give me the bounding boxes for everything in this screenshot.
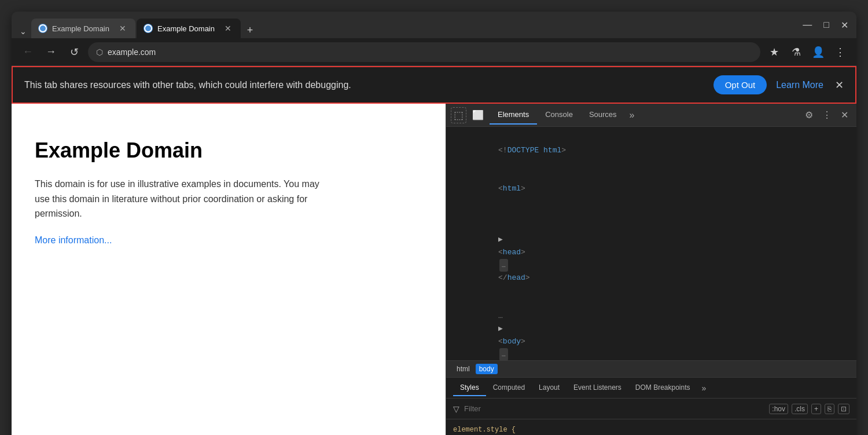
breadcrumb-bar: html body (446, 360, 856, 378)
browser-window: ⌄ Example Domain ✕ Example Domain ✕ + — … (12, 12, 856, 435)
head-ellipsis[interactable]: … (499, 259, 508, 272)
notification-banner: This tab shares resources with other tab… (12, 66, 856, 104)
devtools-settings-icon[interactable]: ⚙ (801, 107, 816, 123)
tab2-favicon-icon (144, 24, 153, 33)
browser-tab-2[interactable]: Example Domain ✕ (137, 19, 241, 38)
styles-tab-event-listeners[interactable]: Event Listeners (567, 380, 628, 396)
more-information-link[interactable]: More information... (35, 235, 112, 245)
opt-out-button[interactable]: Opt Out (713, 75, 767, 94)
page-content: Example Domain This domain is for use in… (12, 104, 446, 435)
devtools-tab-console[interactable]: Console (537, 105, 581, 125)
forward-button[interactable]: → (42, 43, 60, 61)
tab1-close-icon[interactable]: ✕ (117, 23, 128, 34)
banner-close-icon[interactable]: ✕ (835, 79, 844, 92)
dom-tree: <!DOCTYPE html> <html> ▶ <head> … </head… (446, 127, 856, 360)
tab-dropdown-icon[interactable]: ⌄ (16, 24, 30, 38)
styles-tab-dom-breakpoints[interactable]: DOM Breakpoints (628, 380, 697, 396)
url-bar[interactable]: ⬡ example.com (88, 42, 760, 62)
labs-icon[interactable]: ⚗ (787, 43, 806, 61)
security-icon: ⬡ (96, 47, 103, 57)
notification-text: This tab shares resources with other tab… (24, 80, 704, 90)
bookmark-icon[interactable]: ★ (765, 43, 784, 61)
styles-tab-layout[interactable]: Layout (532, 380, 567, 396)
profile-icon[interactable]: 👤 (809, 43, 827, 61)
devtools-tabs: Elements Console Sources » (490, 105, 799, 125)
minimize-button[interactable]: — (799, 19, 815, 31)
breadcrumb-html[interactable]: html (453, 364, 473, 374)
tab1-title: Example Domain (52, 24, 109, 33)
devtools-toolbar: ⬚ ⬜ Elements Console Sources » ⚙ ⋮ ✕ (446, 104, 856, 127)
page-title: Example Domain (35, 138, 422, 163)
title-bar: ⌄ Example Domain ✕ Example Domain ✕ + — … (12, 12, 856, 38)
tab2-close-icon[interactable]: ✕ (222, 23, 234, 34)
address-bar-actions: ★ ⚗ 👤 ⋮ (765, 43, 849, 61)
styles-tabs: Styles Computed Layout Event Listeners D… (453, 380, 711, 396)
page-body: This domain is for use in illustrative e… (35, 177, 336, 221)
url-text: example.com (108, 47, 752, 57)
close-button[interactable]: ✕ (837, 19, 852, 32)
back-button[interactable]: ← (19, 43, 37, 61)
browser-tab-1[interactable]: Example Domain ✕ (31, 19, 135, 38)
css-content: element.style { } (446, 419, 856, 435)
styles-toolbar: Styles Computed Layout Event Listeners D… (446, 378, 856, 399)
breadcrumb-body[interactable]: body (476, 364, 498, 374)
devtools-panel: ⬚ ⬜ Elements Console Sources » ⚙ ⋮ ✕ <!D… (446, 104, 856, 435)
reload-button[interactable]: ↺ (65, 43, 83, 61)
filter-copy-icon[interactable]: ⎘ (825, 404, 834, 414)
address-bar: ← → ↺ ⬡ example.com ★ ⚗ 👤 ⋮ (12, 38, 856, 66)
filter-input[interactable] (464, 404, 764, 413)
filter-hov[interactable]: :hov (769, 404, 788, 414)
learn-more-link[interactable]: Learn More (776, 80, 823, 90)
tab-bar: ⌄ Example Domain ✕ Example Domain ✕ + (16, 12, 792, 38)
device-mode-icon[interactable]: ⬜ (469, 107, 487, 123)
dom-line-head[interactable]: ▶ <head> … </head> (453, 208, 849, 297)
styles-tab-styles[interactable]: Styles (453, 380, 486, 396)
window-controls: — □ ✕ (799, 19, 852, 32)
head-expand-icon[interactable]: ▶ (498, 233, 503, 246)
tab1-favicon-icon (38, 24, 47, 33)
styles-tab-more[interactable]: » (697, 381, 711, 395)
devtools-tab-elements[interactable]: Elements (490, 105, 537, 125)
inspect-element-icon[interactable]: ⬚ (451, 107, 466, 123)
devtools-close-icon[interactable]: ✕ (837, 107, 852, 123)
filter-cls[interactable]: .cls (792, 404, 808, 414)
filter-bar: ▽ :hov .cls + ⎘ ⊡ (446, 399, 856, 419)
body-expand-icon[interactable]: ▶ (498, 323, 503, 335)
devtools-tab-sources[interactable]: Sources (581, 105, 625, 125)
dom-line-body[interactable]: … ▶ <body> … </body> == $0 (453, 297, 849, 360)
maximize-button[interactable]: □ (820, 19, 833, 31)
menu-icon[interactable]: ⋮ (831, 43, 849, 61)
filter-actions: :hov .cls + ⎘ ⊡ (769, 404, 849, 414)
main-area: Example Domain This domain is for use in… (12, 104, 856, 435)
dom-line-doctype: <!DOCTYPE html> (453, 131, 849, 170)
filter-icon: ▽ (453, 404, 459, 414)
styles-tab-computed[interactable]: Computed (486, 380, 532, 396)
tab2-title: Example Domain (157, 24, 215, 33)
body-ellipsis[interactable]: … (499, 348, 508, 360)
filter-layout-icon[interactable]: ⊡ (838, 404, 849, 414)
css-line-1: element.style { (453, 424, 849, 435)
new-tab-button[interactable]: + (242, 22, 258, 38)
dom-line-html-open[interactable]: <html> (453, 170, 849, 208)
devtools-tab-more[interactable]: » (625, 108, 639, 123)
devtools-menu-icon[interactable]: ⋮ (819, 107, 835, 123)
filter-plus[interactable]: + (811, 404, 821, 414)
devtools-actions: ⚙ ⋮ ✕ (801, 107, 852, 123)
